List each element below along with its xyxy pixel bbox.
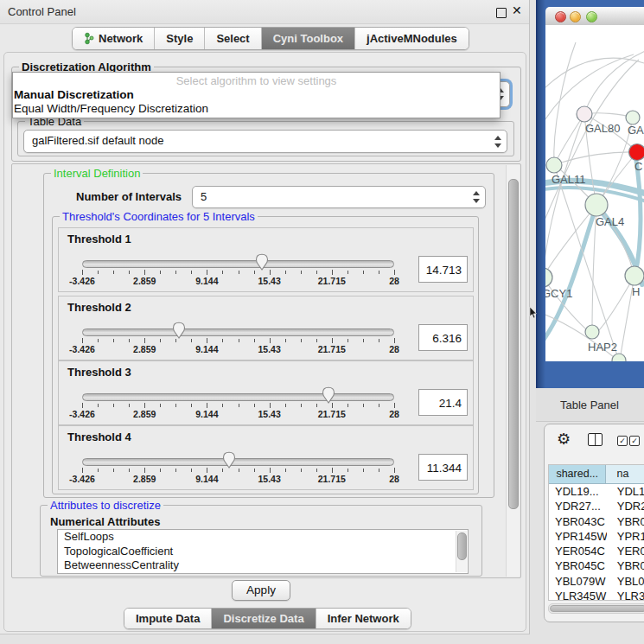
table-data-combobox[interactable]: galFiltered.sif default node [23, 130, 507, 153]
vertical-scrollbar[interactable] [506, 165, 520, 577]
checkbox-icon[interactable]: ✓ [617, 436, 628, 446]
close-traffic-light-icon[interactable] [555, 11, 566, 22]
table-cell[interactable]: YDL19... [549, 484, 607, 499]
slider-track[interactable] [82, 393, 394, 401]
numerical-attributes-list[interactable]: SelfLoopsTopologicalCoefficientBetweenne… [57, 529, 469, 574]
table-cell[interactable]: YLR345W [549, 589, 607, 601]
table-row[interactable]: YLR345WYLR3 [549, 589, 644, 601]
table-cell[interactable]: YBR045C [549, 558, 607, 573]
horizontal-scrollbar[interactable] [548, 603, 644, 614]
scrollbar-thumb[interactable] [550, 605, 644, 612]
table-cell[interactable]: YPR1 [607, 529, 644, 544]
table-row[interactable]: YPR145WYPR1 [549, 529, 644, 544]
close-icon[interactable]: ✕ [512, 3, 522, 17]
network-edge[interactable] [554, 152, 637, 165]
table-row[interactable]: YBR043CYBR0 [549, 514, 644, 529]
threshold-value-input[interactable]: 6.316 [418, 324, 468, 351]
tick-label: 9.144 [195, 276, 218, 286]
tick-mark [207, 468, 207, 473]
scrollbar-thumb[interactable] [457, 532, 467, 560]
tick-mark [160, 271, 161, 274]
network-edge[interactable] [584, 49, 644, 113]
tab-infer-network[interactable]: Infer Network [316, 609, 411, 628]
algorithm-option[interactable]: Equal Width/Frequency Discretization [14, 102, 499, 116]
table-row[interactable]: YBR045CYBR0 [549, 558, 644, 573]
threshold-value-input[interactable]: 21.4 [418, 389, 468, 416]
tab-jactivemnodules[interactable]: jActiveMNodules [355, 28, 469, 49]
column-header[interactable]: shared... [549, 465, 606, 483]
slider-track[interactable] [82, 328, 394, 336]
table-cell[interactable]: YDR2 [607, 499, 644, 513]
table-row[interactable]: YDL19...YDL1 [549, 484, 644, 499]
network-node-gal11[interactable] [546, 157, 562, 173]
tab-network[interactable]: Network [73, 28, 155, 49]
slider-track[interactable] [82, 260, 394, 268]
slider-handle[interactable] [322, 386, 335, 404]
tab-select[interactable]: Select [205, 28, 261, 49]
algorithm-option[interactable]: Manual Discretization [14, 88, 499, 102]
float-window-icon[interactable] [496, 8, 507, 18]
tab-discretize-data[interactable]: Discretize Data [212, 609, 316, 628]
table-cell[interactable]: YBR0 [607, 558, 644, 573]
slider-handle[interactable] [255, 253, 269, 271]
number-of-intervals-combobox[interactable]: 5 [192, 186, 486, 208]
slider-handle[interactable] [222, 451, 236, 469]
table-cell[interactable]: YDL1 [607, 484, 644, 499]
table-cell[interactable]: YBR043C [549, 514, 607, 529]
table-cell[interactable]: YLR3 [607, 589, 644, 601]
table-cell[interactable]: YBR0 [607, 514, 644, 529]
checkbox-icon[interactable]: ✓ [629, 436, 640, 446]
tab-style[interactable]: Style [155, 28, 205, 49]
attribute-list-item[interactable]: BetweennessCentrality [58, 558, 468, 573]
slider-handle[interactable] [172, 322, 186, 339]
network-node-gal80[interactable] [577, 106, 592, 122]
network-node-c[interactable] [629, 144, 644, 161]
column-layout-icon[interactable] [588, 433, 603, 446]
zoom-traffic-light-icon[interactable] [586, 11, 597, 22]
tick-mark [394, 468, 395, 473]
table-cell[interactable]: YPR145W [549, 529, 607, 544]
apply-button[interactable]: Apply [232, 580, 290, 601]
network-edge[interactable] [597, 276, 634, 332]
network-node-gal4[interactable] [585, 194, 608, 216]
table-row[interactable]: YBL079WYBL0 [549, 574, 644, 589]
network-node[interactable] [612, 354, 626, 361]
table-cell[interactable]: YER0 [607, 544, 644, 558]
slider-track[interactable] [82, 458, 394, 466]
table-cell[interactable]: YBL0 [607, 574, 644, 589]
table-cell[interactable]: YBL079W [549, 574, 607, 589]
minimize-traffic-light-icon[interactable] [570, 11, 581, 22]
column-header[interactable]: na [606, 465, 644, 483]
table-panel: ⚙ ✓ ✓ shared... na YDL19...YDL1YDR27...Y… [544, 424, 644, 622]
threshold-value-input[interactable]: 14.713 [418, 256, 468, 283]
threshold-slider[interactable]: -3.4262.8599.14415.4321.71528 [82, 456, 394, 488]
network-window-titlebar[interactable] [545, 7, 644, 26]
list-scrollbar[interactable] [456, 531, 467, 572]
tab-cyni-toolbox[interactable]: Cyni Toolbox [262, 28, 355, 49]
table-row[interactable]: YER054CYER0 [549, 544, 644, 558]
network-edge[interactable] [545, 58, 644, 94]
threshold-slider[interactable]: -3.4262.8599.14415.4321.71528 [82, 391, 394, 424]
threshold-slider[interactable]: -3.4262.8599.14415.4321.71528 [82, 326, 394, 359]
tick-mark [316, 404, 317, 407]
tick-mark [144, 338, 145, 343]
attribute-list-item[interactable]: SelfLoops [58, 530, 468, 545]
tick-mark [82, 403, 83, 408]
node-attribute-table[interactable]: shared... na YDL19...YDL1YDR27...YDR2YBR… [548, 464, 644, 601]
table-row[interactable]: YDR27...YDR2 [549, 499, 644, 513]
attribute-list-item[interactable]: TopologicalCoefficient [58, 545, 468, 559]
network-node-hap2[interactable] [585, 325, 599, 339]
network-node-gcy1[interactable] [545, 268, 552, 287]
scrollbar-thumb[interactable] [508, 179, 519, 509]
threshold-value-input[interactable]: 11.344 [418, 454, 468, 481]
table-cell[interactable]: YDR27... [549, 499, 607, 513]
node-label: GAL11 [552, 173, 586, 186]
network-edge[interactable] [545, 114, 584, 276]
table-cell[interactable]: YER054C [549, 544, 607, 558]
tab-impute-data[interactable]: Impute Data [124, 609, 212, 628]
settings-gear-icon[interactable]: ⚙ [557, 430, 571, 449]
network-node-h[interactable] [625, 266, 644, 285]
threshold-slider[interactable]: -3.4262.8599.14415.4321.71528 [82, 258, 394, 290]
network-node-ga[interactable] [626, 111, 640, 124]
network-canvas[interactable]: GAL80GACGAL11GAL4HGCY1HAP2 [545, 25, 644, 361]
